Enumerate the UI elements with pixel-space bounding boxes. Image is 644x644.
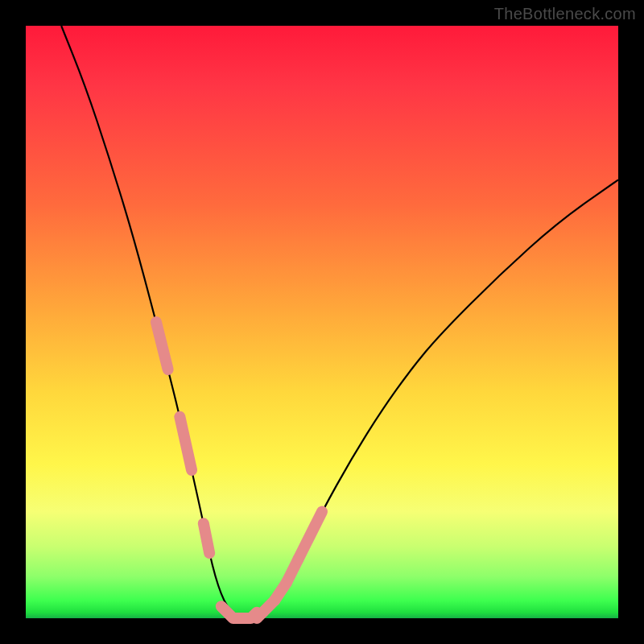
pink-dash-segment	[204, 523, 209, 553]
bottleneck-curve	[61, 26, 618, 618]
plot-area	[26, 26, 618, 618]
pink-bottom-band	[221, 606, 257, 618]
chart-svg	[26, 26, 618, 618]
pink-overlay	[156, 322, 322, 618]
pink-dash-segment	[156, 322, 168, 369]
pink-dash-segment	[180, 417, 192, 470]
chart-frame: TheBottleneck.com	[0, 0, 644, 644]
pink-dash-segment	[299, 512, 322, 559]
watermark-text: TheBottleneck.com	[494, 5, 636, 23]
